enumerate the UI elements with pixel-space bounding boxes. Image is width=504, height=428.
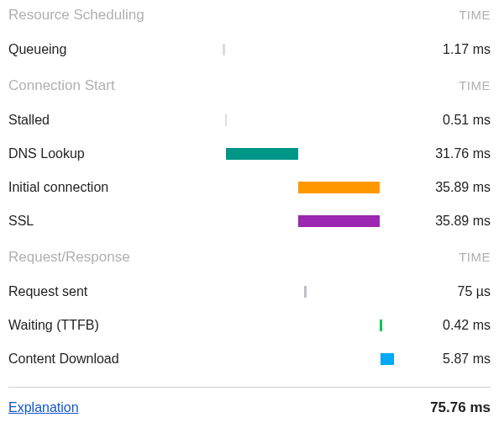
- time-column-label: TIME: [459, 8, 491, 22]
- timing-bar-track: [223, 179, 394, 196]
- timing-section: Request/ResponseTIMERequest sent75 µsWai…: [8, 249, 491, 375]
- timing-bar-segment: [298, 215, 380, 227]
- section-header: Resource SchedulingTIME: [8, 7, 491, 24]
- section-header: Request/ResponseTIME: [8, 249, 491, 266]
- timing-row-label: SSL: [8, 214, 223, 229]
- timing-row-value: 1.17 ms: [394, 42, 491, 57]
- timing-section: Connection StartTIMEStalled0.51 msDNS Lo…: [8, 77, 491, 237]
- time-column-label: TIME: [459, 78, 491, 92]
- timing-bar-segment: [381, 353, 394, 365]
- timing-row: DNS Lookup31.76 ms: [8, 138, 491, 170]
- section-title: Connection Start: [8, 77, 115, 94]
- section-header: Connection StartTIME: [8, 77, 491, 94]
- explanation-link[interactable]: Explanation: [8, 400, 79, 415]
- timing-bar-segment: [380, 320, 382, 331]
- timing-bar-track: [223, 317, 394, 334]
- timing-row-value: 75 µs: [394, 284, 491, 299]
- timing-bar-track: [223, 213, 394, 230]
- timing-row: Waiting (TTFB)0.42 ms: [8, 309, 491, 341]
- timing-row-label: Waiting (TTFB): [8, 318, 223, 333]
- timing-row-label: Content Download: [8, 351, 223, 367]
- timing-row-value: 0.51 ms: [394, 113, 491, 128]
- total-time: 75.76 ms: [430, 399, 491, 416]
- timing-row-label: DNS Lookup: [8, 146, 223, 161]
- timing-row-value: 31.76 ms: [394, 146, 491, 161]
- timing-bar-track: [223, 145, 394, 162]
- timing-footer: Explanation 75.76 ms: [8, 387, 491, 416]
- timing-bar-track: [223, 283, 394, 300]
- timing-row: Stalled0.51 ms: [8, 104, 491, 136]
- timing-row-label: Stalled: [8, 113, 223, 128]
- timing-row: Initial connection35.89 ms: [8, 172, 491, 203]
- timing-bar-segment: [225, 114, 227, 126]
- timing-row: Queueing1.17 ms: [8, 34, 491, 66]
- time-column-label: TIME: [459, 250, 491, 264]
- timing-bar-track: [223, 41, 394, 58]
- timing-row-value: 0.42 ms: [394, 318, 491, 333]
- timing-row: SSL35.89 ms: [8, 205, 491, 237]
- timing-row-label: Queueing: [8, 42, 223, 57]
- timing-bar-track: [223, 112, 394, 129]
- timing-bar-track: [223, 351, 394, 367]
- section-title: Request/Response: [8, 249, 130, 266]
- timing-bar-segment: [223, 44, 225, 55]
- timing-row: Content Download5.87 ms: [8, 343, 491, 375]
- timing-row-value: 35.89 ms: [394, 214, 491, 229]
- timing-row-value: 5.87 ms: [394, 351, 491, 367]
- section-title: Resource Scheduling: [8, 7, 144, 24]
- timing-row-label: Request sent: [8, 284, 223, 299]
- timing-row-label: Initial connection: [8, 180, 223, 195]
- timing-section: Resource SchedulingTIMEQueueing1.17 ms: [8, 7, 491, 66]
- timing-bar-segment: [304, 286, 307, 298]
- timing-bar-segment: [298, 182, 380, 193]
- timing-row-value: 35.89 ms: [394, 180, 491, 195]
- timing-bar-segment: [226, 148, 298, 160]
- timing-row: Request sent75 µs: [8, 276, 491, 308]
